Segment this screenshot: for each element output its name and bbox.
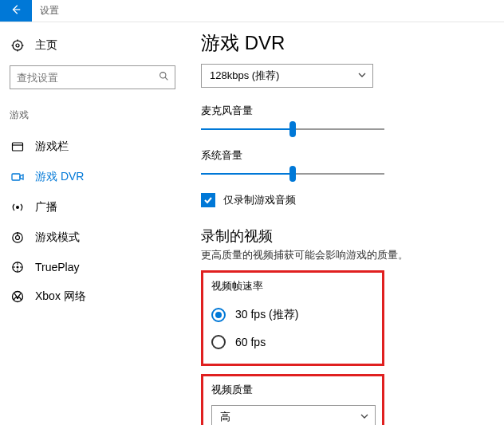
search-input[interactable] xyxy=(10,65,175,89)
search-icon xyxy=(159,71,169,84)
sidebar-item-label: 游戏栏 xyxy=(35,140,69,154)
chevron-down-icon xyxy=(358,71,366,81)
game-bar-icon xyxy=(11,140,24,153)
sidebar-item-label: 游戏模式 xyxy=(35,230,80,245)
arrow-left-icon xyxy=(10,4,22,18)
only-game-audio-checkbox[interactable]: 仅录制游戏音频 xyxy=(201,193,488,207)
broadcast-icon xyxy=(11,201,24,214)
sidebar-group-label: 游戏 xyxy=(10,108,175,122)
checkbox-label: 仅录制游戏音频 xyxy=(223,193,296,207)
svg-point-12 xyxy=(16,206,19,209)
sidebar-item-game-dvr[interactable]: 游戏 DVR xyxy=(10,162,175,192)
svg-point-17 xyxy=(17,266,19,269)
radio-label: 30 fps (推荐) xyxy=(235,308,298,322)
fps-frame: 视频帧速率 30 fps (推荐) 60 fps xyxy=(201,270,384,366)
video-section-desc: 更高质量的视频捕获可能会影响游戏的质量。 xyxy=(201,248,488,262)
radio-label: 60 fps xyxy=(235,336,266,348)
quality-frame: 视频质量 高 xyxy=(201,374,384,425)
trueplay-icon xyxy=(11,261,24,273)
video-section-title: 录制的视频 xyxy=(201,226,488,246)
quality-value: 高 xyxy=(220,410,230,424)
sidebar-item-label: Xbox 网络 xyxy=(35,289,86,304)
search-box[interactable] xyxy=(10,65,175,89)
checkmark-icon xyxy=(201,193,215,207)
sidebar-item-label: 游戏 DVR xyxy=(35,170,84,184)
sys-volume-slider[interactable] xyxy=(201,166,384,182)
sidebar-item-trueplay[interactable]: TruePlay xyxy=(10,253,175,281)
mic-volume-label: 麦克风音量 xyxy=(201,104,488,118)
xbox-icon xyxy=(11,290,24,303)
slider-thumb[interactable] xyxy=(289,166,296,182)
quality-label: 视频质量 xyxy=(211,383,374,397)
sidebar-item-label: TruePlay xyxy=(35,261,80,273)
svg-point-1 xyxy=(13,41,22,50)
sidebar-item-broadcast[interactable]: 广播 xyxy=(10,192,175,222)
slider-thumb[interactable] xyxy=(289,121,296,137)
game-mode-icon xyxy=(11,231,24,244)
fps-30-radio[interactable]: 30 fps (推荐) xyxy=(211,301,374,329)
quality-select[interactable]: 高 xyxy=(211,405,376,425)
fps-60-radio[interactable]: 60 fps xyxy=(211,329,374,356)
svg-rect-11 xyxy=(12,174,20,180)
slider-fill xyxy=(201,128,293,130)
window-title: 设置 xyxy=(32,0,59,22)
sidebar-item-label: 广播 xyxy=(35,200,57,214)
sys-volume-label: 系统音量 xyxy=(201,148,488,163)
sidebar-item-xbox-network[interactable]: Xbox 网络 xyxy=(10,281,175,312)
sidebar-item-game-mode[interactable]: 游戏模式 xyxy=(10,222,175,253)
fps-label: 视频帧速率 xyxy=(211,279,374,293)
bitrate-value: 128kbps (推荐) xyxy=(210,69,279,83)
svg-point-7 xyxy=(160,73,166,78)
home-button[interactable]: 主页 xyxy=(10,35,175,56)
radio-icon xyxy=(211,335,226,349)
back-button[interactable] xyxy=(0,0,32,22)
home-label: 主页 xyxy=(35,38,57,53)
title-bar: 设置 xyxy=(0,0,504,22)
page-title: 游戏 DVR xyxy=(201,30,488,56)
svg-point-14 xyxy=(16,236,20,240)
svg-point-2 xyxy=(16,44,19,47)
dvr-icon xyxy=(11,171,24,183)
radio-icon xyxy=(211,308,226,322)
svg-rect-9 xyxy=(13,143,23,151)
slider-fill xyxy=(201,173,293,175)
mic-volume-slider[interactable] xyxy=(201,121,384,137)
gear-icon xyxy=(11,39,24,52)
sidebar: 主页 游戏 游戏栏 游戏 DVR 广播 xyxy=(0,22,185,425)
svg-line-8 xyxy=(165,77,167,80)
sidebar-item-game-bar[interactable]: 游戏栏 xyxy=(10,132,175,162)
content: 游戏 DVR 128kbps (推荐) 麦克风音量 系统音量 仅录制游戏音频 录… xyxy=(185,22,504,425)
chevron-down-icon xyxy=(360,412,368,422)
bitrate-select[interactable]: 128kbps (推荐) xyxy=(201,64,373,88)
